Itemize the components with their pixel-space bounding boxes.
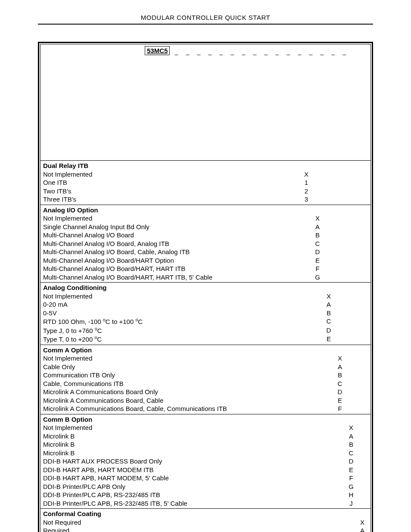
code-cell bbox=[323, 248, 334, 256]
row-label: Required bbox=[43, 526, 301, 532]
code-cell bbox=[312, 187, 323, 196]
table-row: Multi-Channel Analog I/O Board/HART, HAR… bbox=[43, 264, 368, 273]
table-row: DDI-B Printer/PLC APB OnlyG bbox=[43, 482, 368, 491]
code-slot: _ bbox=[283, 48, 294, 55]
code-cell bbox=[357, 474, 368, 482]
code-cell bbox=[334, 309, 346, 317]
code-cell bbox=[323, 499, 334, 508]
row-label: RTD 100 Ohm, -100 oC to +100 oC bbox=[43, 317, 301, 326]
code-slot: _ bbox=[316, 48, 327, 55]
code-cell bbox=[334, 317, 346, 326]
code-cell bbox=[346, 404, 357, 413]
code-cell: C bbox=[346, 449, 357, 457]
code-cell: B bbox=[312, 231, 323, 240]
code-cell bbox=[312, 474, 323, 482]
code-cell bbox=[357, 404, 368, 413]
code-cell bbox=[323, 380, 334, 388]
code-cell: B bbox=[346, 440, 357, 449]
code-cell bbox=[334, 474, 346, 482]
code-cell: X bbox=[357, 518, 368, 527]
code-cell bbox=[312, 170, 323, 179]
code-cell bbox=[301, 526, 312, 532]
lead-slot: _ bbox=[171, 48, 182, 55]
code-cell bbox=[323, 256, 334, 265]
code-cell: C bbox=[312, 240, 323, 248]
table-row: Microlink BB bbox=[43, 440, 368, 449]
spec-table-inner: 53MC5 ________________ Dual Relay ITBNot… bbox=[40, 44, 371, 532]
code-cell bbox=[357, 223, 368, 231]
code-cell bbox=[312, 354, 323, 363]
code-cell bbox=[357, 380, 368, 388]
code-cell bbox=[301, 371, 312, 380]
code-cell bbox=[301, 499, 312, 508]
row-codes: X bbox=[301, 292, 368, 301]
row-codes: F bbox=[301, 404, 368, 413]
section-title: Analog Conditioning bbox=[43, 283, 368, 292]
code-cell: A bbox=[323, 300, 334, 309]
code-cell bbox=[301, 380, 312, 388]
table-row: Multi-Channel Analog I/O Board, Analog I… bbox=[43, 240, 368, 248]
row-label: Microlink B bbox=[43, 449, 301, 457]
code-cell bbox=[301, 474, 312, 482]
code-cell bbox=[323, 526, 334, 532]
row-codes: A bbox=[301, 363, 368, 371]
code-cell bbox=[334, 214, 346, 223]
code-cell bbox=[357, 440, 368, 449]
code-cell bbox=[301, 273, 312, 282]
code-cell: G bbox=[312, 273, 323, 282]
row-codes: D bbox=[301, 388, 368, 396]
section: Dual Relay ITBNot ImplementedXOne ITB1Tw… bbox=[40, 160, 371, 205]
code-slot: _ bbox=[294, 48, 305, 55]
code-cell bbox=[334, 195, 346, 204]
row-label: Not Implemented bbox=[43, 354, 301, 363]
code-cell: E bbox=[312, 256, 323, 265]
code-cell bbox=[312, 363, 323, 371]
lead-slot: _ bbox=[260, 48, 271, 55]
section-title: Dual Relay ITB bbox=[43, 162, 368, 170]
code-cell bbox=[357, 491, 368, 499]
row-codes: X bbox=[301, 518, 368, 527]
row-codes: E bbox=[301, 256, 368, 265]
code-cell bbox=[346, 300, 357, 309]
row-label: Single Channel Analog Input Bd Only bbox=[43, 223, 301, 231]
code-cell: H bbox=[346, 491, 357, 499]
lead-slot: _ bbox=[227, 48, 238, 55]
row-codes: 3 bbox=[301, 195, 368, 204]
row-label: DDI-B HART APB, HART MODEM ITB bbox=[43, 466, 301, 474]
code-cell bbox=[357, 482, 368, 491]
table-row: Three ITB's3 bbox=[43, 195, 368, 204]
section: Analog I/O OptionNot ImplementedXSingle … bbox=[40, 205, 371, 283]
code-cell bbox=[357, 423, 368, 432]
code-cell bbox=[346, 248, 357, 256]
code-cell bbox=[312, 404, 323, 413]
code-cell bbox=[357, 178, 368, 187]
code-cell: C bbox=[323, 317, 334, 326]
code-cell bbox=[312, 466, 323, 474]
row-label: Not Implemented bbox=[43, 214, 301, 223]
code-cell bbox=[312, 195, 323, 204]
row-codes: C bbox=[301, 240, 368, 248]
code-cell bbox=[301, 214, 312, 223]
row-codes: 1 bbox=[301, 178, 368, 187]
code-cell bbox=[323, 474, 334, 482]
code-cell bbox=[301, 518, 312, 527]
model-row: 53MC5 ________________ bbox=[40, 44, 371, 59]
code-cell bbox=[357, 317, 368, 326]
table-row: DDI-B Printer/PLC APB, RS-232/485 ITB, 5… bbox=[43, 499, 368, 508]
code-cell bbox=[323, 440, 334, 449]
lead-slot: _ bbox=[215, 48, 227, 55]
row-label: Microlink B bbox=[43, 432, 301, 441]
code-cell bbox=[334, 335, 346, 344]
code-cell bbox=[334, 432, 346, 441]
code-cell bbox=[301, 240, 312, 248]
code-cell bbox=[334, 499, 346, 508]
table-row: Microlink BC bbox=[43, 449, 368, 457]
lead-slot: _ bbox=[182, 48, 193, 55]
table-row: Microlink A Communications Board OnlyD bbox=[43, 388, 368, 396]
code-cell bbox=[312, 335, 323, 344]
lead-slot: _ bbox=[193, 48, 204, 55]
code-cell: E bbox=[323, 335, 334, 344]
code-cell bbox=[323, 170, 334, 179]
code-slot: _ bbox=[339, 48, 350, 55]
code-cell bbox=[334, 240, 346, 248]
